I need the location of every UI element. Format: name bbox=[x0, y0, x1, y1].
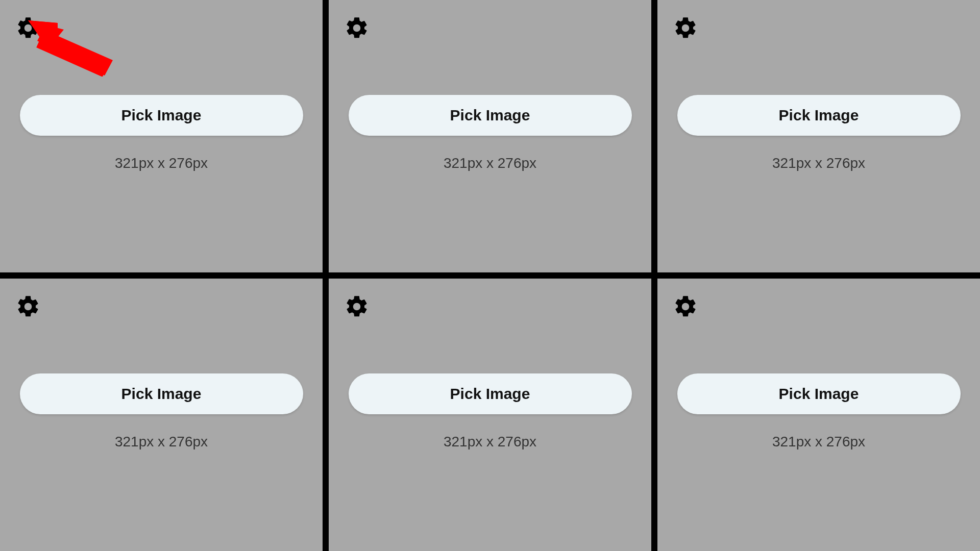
pick-image-button[interactable]: Pick Image bbox=[677, 95, 961, 136]
pick-image-button[interactable]: Pick Image bbox=[20, 95, 303, 136]
image-picker-cell: Pick Image 321px x 276px bbox=[329, 279, 651, 551]
settings-button[interactable] bbox=[673, 294, 698, 319]
pick-image-button-label: Pick Image bbox=[779, 107, 859, 124]
image-dimensions-label: 321px x 276px bbox=[115, 155, 208, 171]
gear-icon bbox=[673, 15, 698, 41]
pick-image-button[interactable]: Pick Image bbox=[20, 373, 303, 414]
image-picker-grid: Pick Image 321px x 276px Pick Image 321p… bbox=[0, 0, 980, 551]
image-picker-cell: Pick Image 321px x 276px bbox=[329, 0, 651, 272]
svg-marker-2 bbox=[37, 30, 113, 76]
settings-button[interactable] bbox=[344, 294, 370, 319]
svg-rect-5 bbox=[36, 32, 110, 77]
settings-button[interactable] bbox=[15, 294, 41, 319]
image-picker-cell: Pick Image 321px x 276px bbox=[0, 279, 323, 551]
pick-image-button-label: Pick Image bbox=[121, 107, 202, 124]
annotation-arrow bbox=[28, 20, 120, 77]
image-picker-cell: Pick Image 321px x 276px bbox=[0, 0, 323, 272]
image-picker-cell: Pick Image 321px x 276px bbox=[657, 279, 980, 551]
gear-icon bbox=[15, 294, 41, 319]
pick-image-button-label: Pick Image bbox=[450, 107, 530, 124]
gear-icon bbox=[344, 15, 370, 41]
image-dimensions-label: 321px x 276px bbox=[444, 155, 536, 171]
image-dimensions-label: 321px x 276px bbox=[772, 434, 865, 450]
settings-button[interactable] bbox=[15, 15, 41, 41]
pick-image-button[interactable]: Pick Image bbox=[349, 373, 632, 414]
gear-icon bbox=[344, 294, 370, 319]
pick-image-button-label: Pick Image bbox=[450, 385, 530, 403]
image-picker-cell: Pick Image 321px x 276px bbox=[657, 0, 980, 272]
settings-button[interactable] bbox=[344, 15, 370, 41]
pick-image-button-label: Pick Image bbox=[779, 385, 859, 403]
pick-image-button-label: Pick Image bbox=[121, 385, 202, 403]
image-dimensions-label: 321px x 276px bbox=[444, 434, 536, 450]
pick-image-button[interactable]: Pick Image bbox=[677, 373, 961, 414]
image-dimensions-label: 321px x 276px bbox=[772, 155, 865, 171]
image-dimensions-label: 321px x 276px bbox=[115, 434, 208, 450]
pick-image-button[interactable]: Pick Image bbox=[349, 95, 632, 136]
gear-icon bbox=[15, 15, 41, 41]
settings-button[interactable] bbox=[673, 15, 698, 41]
gear-icon bbox=[673, 294, 698, 319]
